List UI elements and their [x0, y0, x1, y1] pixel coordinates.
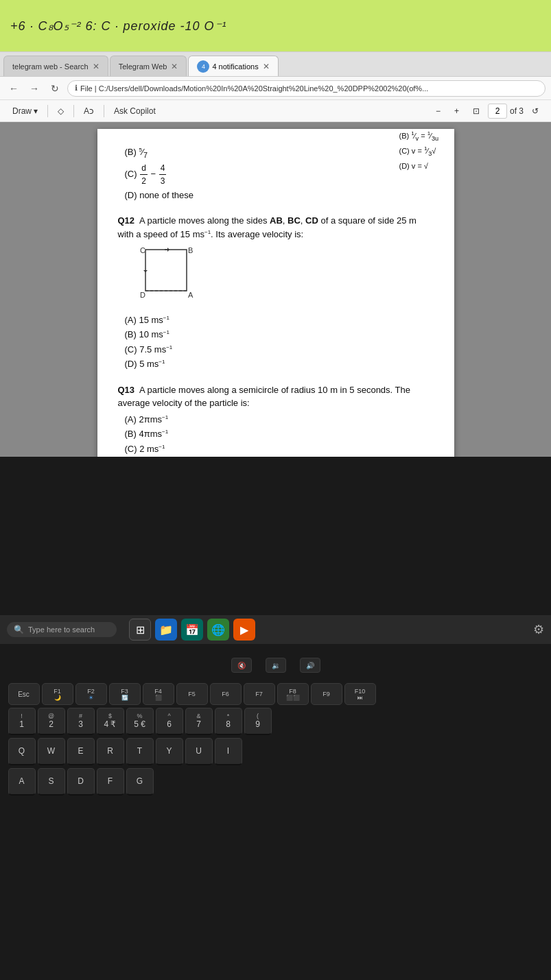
tab-close-1[interactable]: ✕ [93, 62, 99, 71]
key-5[interactable]: %5 € [126, 708, 154, 735]
zoom-in-button[interactable]: + [449, 105, 465, 117]
option-c-prev: (C) d2 − 43 [125, 162, 434, 187]
tab-bar: telegram web - Search ✕ Telegram Web ✕ 4… [0, 52, 551, 77]
url-bar[interactable]: ℹ File | C:/Users/dell/Downloads/Motion%… [67, 80, 546, 97]
taskbar-search-box[interactable]: 🔍 Type here to search [7, 622, 117, 637]
square-diagram-svg: C B D A [132, 246, 194, 301]
key-i[interactable]: I [215, 738, 242, 765]
key-a[interactable]: A [8, 768, 36, 796]
q13-content: A particle moves along a semicircle of r… [118, 385, 411, 409]
total-pages: of 3 [510, 106, 524, 116]
f2-key[interactable]: F2☀ [75, 683, 107, 705]
pdf-page: (B) 5⁄7 (C) d2 − 43 (D) none of these Q1… [97, 129, 454, 457]
tab-telegram-search[interactable]: telegram web - Search ✕ [3, 56, 108, 76]
browser-taskbar-icon[interactable]: 🌐 [207, 619, 229, 641]
volume-up-button[interactable]: 🔊 [300, 658, 320, 673]
toolbar-right: − + ⊡ of 3 ↺ [430, 104, 544, 119]
file-explorer-icon[interactable]: 📁 [155, 619, 177, 641]
tab-close-3[interactable]: ✕ [263, 62, 270, 71]
qwerty-row: Q W E R T Y U I [8, 738, 543, 765]
fn-key-row: Esc F1🌙 F2☀ F3🔃 F4⬛ F5 F6 F7 F8⬛⬛ F9 F10… [8, 683, 543, 705]
address-bar: ← → ↻ ℹ File | C:/Users/dell/Downloads/M… [0, 77, 551, 100]
media-buttons-row: 🔇 🔉 🔊 [231, 658, 320, 673]
diamond-tool-button[interactable]: ◇ [52, 105, 69, 117]
settings-icon[interactable]: ⚙ [533, 622, 544, 637]
draw-label: Draw [12, 106, 32, 116]
f10-key[interactable]: F10⏭ [344, 683, 376, 705]
pdf-content: (B) 5⁄7 (C) d2 − 43 (D) none of these Q1… [0, 122, 551, 457]
taskbar-right: ⚙ [533, 622, 544, 637]
ask-copilot-button[interactable]: Ask Copilot [108, 105, 161, 117]
page-number-input[interactable] [488, 104, 507, 119]
draw-dropdown-button[interactable]: Draw ▾ [7, 105, 43, 117]
question-13-block: Q13 A particle moves along a semicircle … [118, 383, 434, 457]
q13-options: (A) 2πms−1 (B) 4πms−1 (C) 2 ms−1 (D) 4 m… [125, 413, 434, 457]
key-8[interactable]: *8 [215, 708, 242, 735]
key-2[interactable]: @2 [38, 708, 65, 735]
key-e[interactable]: E [67, 738, 95, 765]
key-g[interactable]: G [126, 768, 154, 796]
q13-option-a: (A) 2πms−1 [125, 413, 434, 427]
windows-icon[interactable]: ⊞ [129, 619, 151, 641]
key-s[interactable]: S [38, 768, 65, 796]
right-answer-c: (C) v = 1⁄3√ [399, 144, 454, 159]
f1-key[interactable]: F1🌙 [42, 683, 73, 705]
q12-content: A particle moves along the sides AB, BC,… [118, 215, 417, 239]
q12-diagram: C B D A [132, 246, 194, 305]
f5-key[interactable]: F5 [176, 683, 208, 705]
f8-key[interactable]: F8⬛⬛ [277, 683, 309, 705]
zoom-out-button[interactable]: − [430, 105, 446, 117]
q12-text: Q12 A particle moves along the sides AB,… [118, 214, 434, 241]
rotate-button[interactable]: ↺ [526, 105, 544, 117]
notification-badge: 4 [197, 60, 209, 73]
fit-page-button[interactable]: ⊡ [467, 105, 485, 117]
key-y[interactable]: Y [156, 738, 183, 765]
back-button[interactable]: ← [5, 80, 22, 97]
q12-option-b: (B) 10 ms−1 [125, 328, 434, 342]
key-9[interactable]: (9 [244, 708, 272, 735]
key-q[interactable]: Q [8, 738, 36, 765]
key-f[interactable]: F [97, 768, 124, 796]
key-3[interactable]: #3 [67, 708, 95, 735]
tab-close-2[interactable]: ✕ [171, 62, 178, 71]
f9-key[interactable]: F9 [311, 683, 342, 705]
esc-key[interactable]: Esc [8, 683, 40, 705]
calendar-icon[interactable]: 📅 [181, 619, 203, 641]
svg-marker-3 [167, 248, 169, 252]
f3-key[interactable]: F3🔃 [109, 683, 141, 705]
q13-text: Q13 A particle moves along a semicircle … [118, 383, 434, 410]
prev-options: (B) 5⁄7 (C) d2 − 43 (D) none of these [125, 145, 434, 202]
f4-key[interactable]: F4⬛ [143, 683, 174, 705]
key-6[interactable]: ^6 [156, 708, 183, 735]
f7-key[interactable]: F7 [244, 683, 275, 705]
svg-marker-8 [143, 270, 148, 272]
tab-notifications[interactable]: 4 4 notifications ✕ [188, 56, 278, 76]
keyboard-area: 🔇 🔉 🔊 Esc F1🌙 F2☀ F3🔃 F4⬛ F5 F6 F7 F8⬛⬛ … [0, 644, 551, 980]
key-7[interactable]: &7 [185, 708, 213, 735]
svg-rect-0 [145, 250, 187, 291]
volume-down-button[interactable]: 🔉 [266, 658, 286, 673]
key-4[interactable]: $4 ₹ [97, 708, 124, 735]
f6-key[interactable]: F6 [210, 683, 242, 705]
key-w[interactable]: W [38, 738, 65, 765]
forward-button[interactable]: → [26, 80, 43, 97]
q13-number: Q13 [118, 385, 135, 395]
sticky-content: +6 · C₈O₅⁻² 6: C · peroxide -10 O⁻¹ [10, 19, 227, 34]
read-aloud-button[interactable]: Aↄ [78, 105, 99, 117]
key-t[interactable]: T [126, 738, 154, 765]
key-r[interactable]: R [97, 738, 124, 765]
mute-button[interactable]: 🔇 [231, 658, 252, 673]
tab-telegram-web[interactable]: Telegram Web ✕ [110, 56, 187, 76]
svg-text:D: D [140, 291, 145, 299]
media-player-icon[interactable]: ▶ [233, 619, 255, 641]
option-b-prev: (B) 5⁄7 [125, 145, 434, 160]
taskbar-search-text: Type here to search [28, 625, 95, 634]
key-d[interactable]: D [67, 768, 95, 796]
sticky-note: +6 · C₈O₅⁻² 6: C · peroxide -10 O⁻¹ [0, 0, 551, 51]
refresh-button[interactable]: ↻ [47, 80, 63, 97]
toolbar-separator-3 [104, 105, 104, 117]
ask-copilot-label: Ask Copilot [114, 106, 156, 116]
key-1[interactable]: !1 [8, 708, 36, 735]
question-12-block: Q12 A particle moves along the sides AB,… [118, 214, 434, 371]
key-u[interactable]: U [185, 738, 213, 765]
